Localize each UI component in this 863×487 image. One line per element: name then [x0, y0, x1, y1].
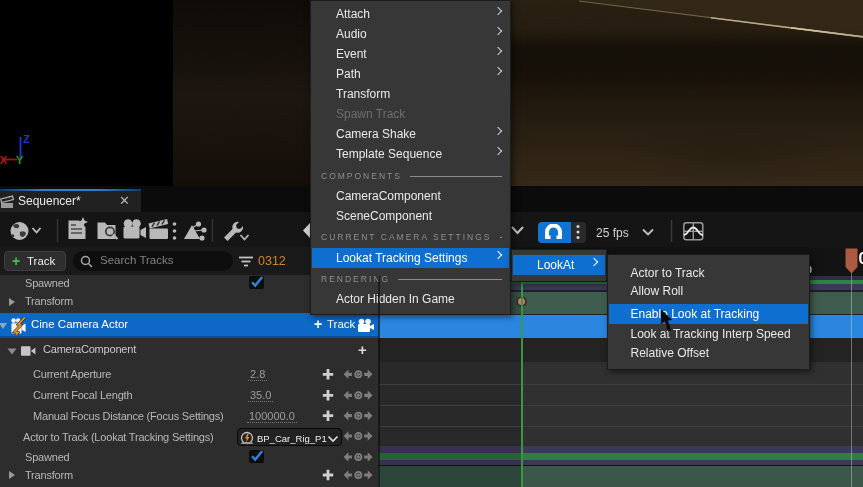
svg-text:Y: Y: [16, 154, 24, 166]
svg-text:X: X: [0, 154, 8, 166]
svg-text:Z: Z: [23, 133, 30, 145]
